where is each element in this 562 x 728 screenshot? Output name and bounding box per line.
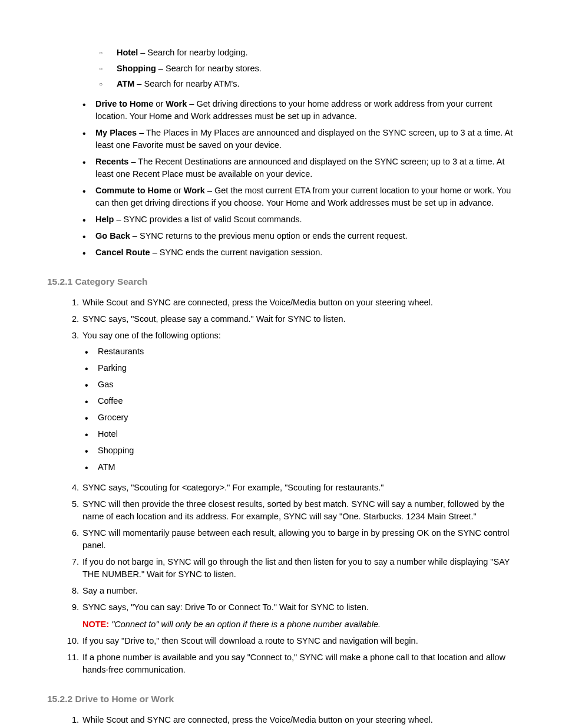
step-item: SYNC will then provide the three closest…	[81, 498, 516, 527]
step-item: Say a number.	[81, 585, 516, 601]
list-item: Go Back – SYNC returns to the previous m…	[95, 230, 516, 246]
list-item: Drive to Home or Work – Get driving dire…	[95, 98, 516, 127]
list-item: Recents – The Recent Destinations are an…	[95, 156, 516, 185]
list-item: Help – SYNC provides a list of valid Sco…	[95, 213, 516, 230]
step-item: SYNC says, "Scouting for <category>." Fo…	[81, 482, 516, 498]
step-item: While Scout and SYNC are connected, pres…	[81, 714, 516, 728]
category-options: Restaurants Parking Gas Coffee Grocery H…	[82, 345, 516, 477]
drive-steps: While Scout and SYNC are connected, pres…	[47, 714, 516, 728]
option-item: Hotel	[98, 428, 516, 444]
section-heading-drive-home-work: 15.2.2 Drive to Home or Work	[47, 693, 516, 706]
note-label: NOTE:	[82, 620, 109, 629]
step-item: SYNC says, "Scout, please say a command.…	[81, 313, 516, 330]
list-item: My Places – The Places in My Places are …	[95, 127, 516, 156]
command-list: Drive to Home or Work – Get driving dire…	[47, 98, 516, 263]
sub-item-list: Hotel – Search for nearby lodging. Shopp…	[47, 47, 516, 94]
step-item: If you say "Drive to," then Scout will d…	[81, 635, 516, 651]
option-item: Coffee	[98, 395, 516, 411]
step-item: You say one of the following options: Re…	[81, 330, 516, 482]
step-item: If you do not barge in, SYNC will go thr…	[81, 556, 516, 585]
option-item: Shopping	[98, 444, 516, 461]
option-item: Parking	[98, 362, 516, 378]
option-item: Gas	[98, 378, 516, 395]
step-item: SYNC says, "You can say: Drive To or Con…	[81, 601, 516, 635]
option-item: Grocery	[98, 411, 516, 428]
sub-item: ATM – Search for nearby ATM's.	[117, 78, 516, 94]
note: NOTE: "Connect to" will only be an optio…	[82, 618, 516, 631]
category-search-steps: While Scout and SYNC are connected, pres…	[47, 297, 516, 680]
list-item: Cancel Route – SYNC ends the current nav…	[95, 246, 516, 263]
list-item: Commute to Home or Work – Get the most c…	[95, 185, 516, 213]
option-item: ATM	[98, 461, 516, 477]
sub-item: Hotel – Search for nearby lodging.	[117, 47, 516, 63]
step-item: If a phone number is available and you s…	[81, 651, 516, 680]
step-item: SYNC will momentarily pause between each…	[81, 527, 516, 556]
note-text: "Connect to" will only be an option if t…	[109, 620, 381, 629]
option-item: Restaurants	[98, 345, 516, 362]
section-heading-category-search: 15.2.1 Category Search	[47, 276, 516, 288]
sub-item: Shopping – Search for nearby stores.	[117, 63, 516, 79]
step-item: While Scout and SYNC are connected, pres…	[81, 297, 516, 313]
